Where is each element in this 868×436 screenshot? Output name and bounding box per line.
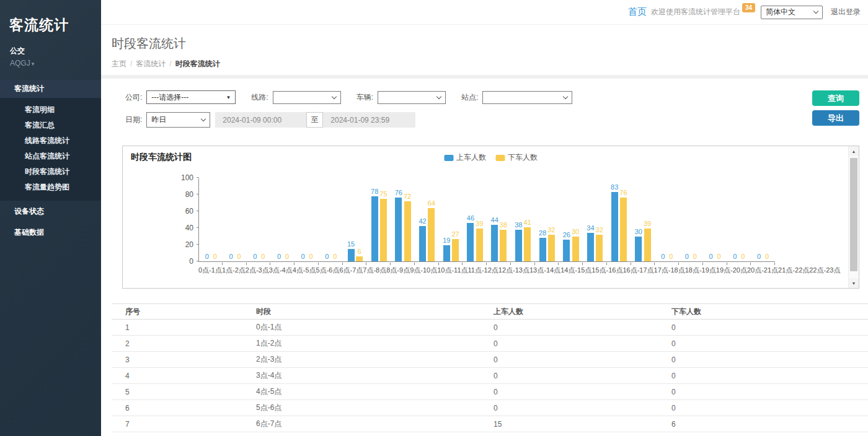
x-axis-label: 4点-5点 [293, 266, 316, 275]
vehicle-select[interactable] [378, 91, 446, 104]
date-end-input[interactable]: 2024-01-09 23:59 [323, 112, 415, 128]
x-axis-label-text: 3点-4点 [269, 266, 293, 275]
x-axis-label-text: 2点-3点 [246, 266, 269, 275]
line-select[interactable] [273, 91, 341, 104]
bar-value-label: 27 [451, 230, 459, 238]
bar-group: 00 [655, 178, 679, 261]
bar-group: 00 [727, 178, 751, 261]
bar [380, 199, 387, 261]
bar-value-label: 19 [443, 237, 450, 244]
org-code-label: AQGJ [10, 59, 30, 68]
sidebar-item-passenger-stats[interactable]: 客流统计 [0, 80, 101, 98]
bar-group: 00 [751, 178, 775, 261]
table-cell: 0 [671, 384, 868, 400]
table-cell: 5点-6点 [256, 400, 494, 416]
y-axis-label: 0 [189, 258, 193, 265]
sidebar-subitem[interactable]: 站点客流统计 [0, 149, 101, 164]
bar-value-label: 0 [765, 253, 769, 260]
bar [371, 196, 378, 261]
sidebar-subitem[interactable]: 线路客流统计 [0, 133, 101, 149]
bar-value-label: 15 [347, 240, 355, 248]
bar-column: 30 [635, 228, 642, 262]
x-axis-tick [727, 263, 751, 265]
language-select[interactable]: 简体中文 [761, 6, 823, 19]
sidebar-item[interactable]: 基础数据 [0, 222, 101, 243]
bar [404, 201, 411, 261]
x-axis-tick [655, 263, 679, 265]
scrollbar-thumb[interactable] [850, 158, 857, 271]
bar-value-label: 46 [467, 214, 474, 222]
bar-column: 0 [715, 253, 722, 261]
bar-column: 0 [299, 253, 306, 261]
breadcrumb: 主页/客流统计/时段客流统计 [112, 59, 868, 69]
date-start-input[interactable]: 2024-01-09 00:00 [215, 112, 306, 128]
bar-group: 4639 [463, 178, 487, 261]
chart-panel: 时段车流统计图 上车人数下车人数 00000000000015678757672… [122, 146, 859, 289]
bar-value-label: 39 [644, 220, 651, 227]
notification-badge[interactable]: 34 [742, 3, 755, 12]
bar-column: 26 [563, 231, 570, 261]
bar [356, 256, 363, 261]
bar-group: 00 [679, 178, 703, 261]
breadcrumb-item[interactable]: 客流统计 [136, 59, 166, 68]
date-preset-select[interactable]: 昨日 [146, 112, 210, 128]
bar-column: 0 [332, 253, 339, 261]
sidebar-item[interactable]: 设备状态 [0, 201, 101, 222]
sidebar-subitem[interactable]: 客流明细 [0, 102, 101, 118]
scroll-up-icon[interactable]: ▲ [849, 146, 859, 156]
breadcrumb-item[interactable]: 主页 [112, 59, 126, 68]
bar-column: 0 [275, 253, 282, 261]
filter-row-2: 日期: 昨日 2024-01-09 00:00 至 2024-01-09 23:… [125, 112, 800, 128]
sidebar-subitem[interactable]: 时段客流统计 [0, 164, 101, 180]
x-axis-label: 15点-16点 [591, 266, 622, 275]
bar-column: 27 [451, 230, 459, 261]
table-header-cell: 下车人数 [671, 304, 868, 320]
bar-value-label: 75 [379, 190, 387, 198]
x-axis-label-text: 11点-12点 [468, 266, 498, 275]
station-select[interactable] [482, 91, 572, 104]
bar [587, 233, 594, 261]
bar-group: 1927 [439, 178, 463, 261]
scroll-down-icon[interactable]: ▼ [849, 278, 859, 288]
bar-column: 38 [500, 221, 507, 261]
date-label: 日期: [125, 115, 142, 125]
x-axis-tick [487, 263, 511, 265]
bar-value-label: 0 [709, 253, 713, 260]
bar-column: 0 [260, 253, 267, 261]
company-select[interactable]: ---请选择--- ▼ [146, 90, 236, 104]
bar-group: 00 [319, 178, 343, 261]
x-axis-tick [679, 263, 703, 265]
bar [563, 240, 570, 261]
bar-value-label: 30 [572, 228, 579, 235]
table-cell: 5 [112, 384, 256, 400]
home-link[interactable]: 首页 [628, 6, 647, 18]
bar-column: 64 [428, 199, 435, 261]
x-axis-label-text: 13点-14点 [529, 266, 560, 275]
data-table: 序号时段上车人数下车人数 10点-1点0021点-2点0032点-3点0043点… [112, 303, 868, 432]
chart-vertical-scrollbar[interactable]: ▲ ▼ [848, 146, 859, 288]
x-axis-tick [439, 263, 463, 265]
org-selector[interactable]: AQGJ▾ [10, 59, 101, 68]
table-cell: 0 [671, 320, 868, 336]
bar-column: 0 [308, 253, 314, 261]
bar-value-label: 30 [635, 228, 642, 235]
x-axis-label: 14点-15点 [560, 266, 591, 275]
bar-value-label: 0 [757, 253, 761, 260]
table-row: 10点-1点00 [112, 320, 868, 336]
table-cell: 3点-4点 [256, 368, 494, 384]
sidebar-subitem[interactable]: 客流汇总 [0, 118, 101, 133]
sidebar: 客流统计 公交 AQGJ▾ 客流统计 客流明细客流汇总线路客流统计站点客流统计时… [0, 0, 101, 436]
bar-column: 0 [660, 253, 666, 261]
table-row: 65点-6点00 [112, 400, 868, 416]
station-label: 站点: [461, 92, 478, 103]
bar-column: 0 [283, 253, 290, 261]
query-button[interactable]: 查询 [812, 90, 859, 106]
app-title: 客流统计 [0, 0, 101, 35]
bar-value-label: 0 [325, 253, 329, 260]
logout-link[interactable]: 退出登录 [831, 7, 861, 17]
bar-column: 83 [611, 183, 618, 261]
table-header-row: 序号时段上车人数下车人数 [112, 304, 868, 320]
sidebar-subitem[interactable]: 客流量趋势图 [0, 180, 101, 195]
table-cell: 0 [494, 352, 671, 368]
export-button[interactable]: 导出 [812, 110, 859, 126]
